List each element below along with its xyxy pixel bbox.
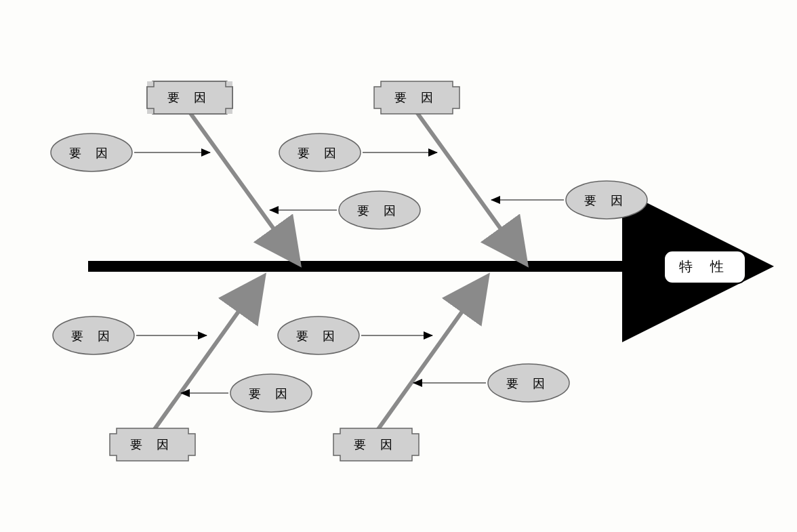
subcause-bottom-right-a-label: 要 因 <box>296 329 340 343</box>
subcause-top-left-b: 要 因 <box>339 191 420 229</box>
subcause-top-left-a: 要 因 <box>51 134 132 171</box>
subcause-bottom-left-b-label: 要 因 <box>249 387 293 401</box>
subcause-bottom-left-a: 要 因 <box>53 316 134 354</box>
effect-label: 特 性 <box>679 259 731 274</box>
subcause-top-right-b: 要 因 <box>566 181 647 219</box>
bone-bottom-right <box>377 279 485 431</box>
category-bottom-right: 要 因 <box>333 428 419 461</box>
subcause-bottom-right-b-label: 要 因 <box>506 377 550 390</box>
category-top-right-label: 要 因 <box>394 91 438 104</box>
subcause-bottom-right-a: 要 因 <box>278 316 359 354</box>
effect-box: 特 性 <box>664 251 745 283</box>
subcause-top-left-b-label: 要 因 <box>357 204 401 218</box>
category-top-right: 要 因 <box>374 81 459 114</box>
subcause-top-left-a-label: 要 因 <box>69 146 113 160</box>
subcause-top-right-a: 要 因 <box>279 134 361 171</box>
category-bottom-left-label: 要 因 <box>130 438 174 451</box>
subcause-top-right-b-label: 要 因 <box>584 194 628 207</box>
category-top-left-label: 要 因 <box>167 91 211 104</box>
subcause-bottom-right-b: 要 因 <box>488 364 569 402</box>
subcause-bottom-left-a-label: 要 因 <box>71 329 115 343</box>
category-top-left: 要 因 <box>147 81 232 114</box>
subcause-bottom-left-b: 要 因 <box>230 374 312 412</box>
fishbone-diagram: 特 性 要 因 要 因 要 因 要 因 要 因 <box>0 0 797 532</box>
category-bottom-left: 要 因 <box>110 428 195 461</box>
subcause-top-right-a-label: 要 因 <box>298 146 342 160</box>
bone-top-left <box>188 110 297 261</box>
bone-top-right <box>415 110 524 261</box>
category-bottom-right-label: 要 因 <box>354 438 398 451</box>
